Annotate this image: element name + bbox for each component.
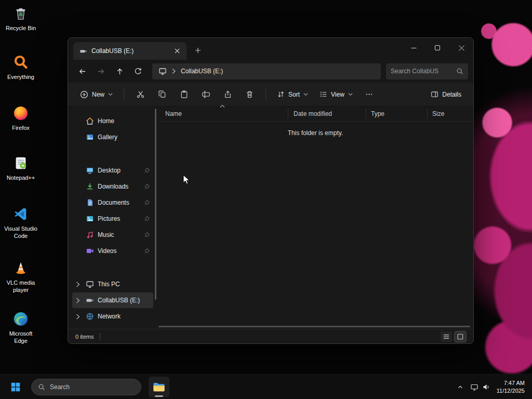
breadcrumb[interactable]: CollabUSB (E:) <box>181 68 223 75</box>
sidebar-item-music[interactable]: Music <box>72 227 153 243</box>
new-plus-icon <box>80 90 88 99</box>
taskbar: Search 7:47 AM 11/12/2025 <box>0 374 532 399</box>
everything-icon <box>12 53 29 72</box>
back-button[interactable] <box>73 63 91 79</box>
documents-icon <box>85 198 94 207</box>
rename-button[interactable] <box>196 86 216 103</box>
home-icon <box>85 117 94 125</box>
address-bar[interactable]: CollabUSB (E:) <box>152 63 381 79</box>
expand-chevron-icon[interactable] <box>74 282 82 287</box>
view-button[interactable]: View <box>315 86 357 103</box>
sidebar-item-label: Home <box>98 117 150 125</box>
tab-bar: CollabUSB (E:) <box>68 38 473 60</box>
chevron-right-icon <box>171 68 176 74</box>
forward-button[interactable] <box>92 63 110 79</box>
item-count: 0 items <box>75 334 94 340</box>
this-pc-icon <box>85 280 94 288</box>
pin-icon <box>144 167 150 174</box>
tab-title: CollabUSB (E:) <box>91 47 168 55</box>
chevron-down-icon <box>303 92 308 96</box>
clock-date: 11/12/2025 <box>497 387 525 395</box>
sidebar-item-documents[interactable]: Documents <box>72 195 153 210</box>
sidebar-item-gallery[interactable]: Gallery <box>72 129 153 145</box>
sidebar-item-pictures[interactable]: Pictures <box>72 211 153 227</box>
sidebar-item-desktop[interactable]: Desktop <box>72 163 153 178</box>
window-controls <box>402 38 473 58</box>
delete-button[interactable] <box>240 86 259 103</box>
taskbar-clock[interactable]: 7:47 AM 11/12/2025 <box>497 379 525 395</box>
sidebar-item-videos[interactable]: Videos <box>72 243 153 259</box>
view-icon <box>320 90 327 98</box>
large-icons-view-button[interactable] <box>455 331 466 342</box>
column-header-type[interactable]: Type <box>366 109 428 119</box>
desktop-icon-recycle-bin[interactable]: Recycle Bin <box>3 4 39 32</box>
search-box[interactable]: Search CollabUS <box>386 63 468 79</box>
notepadpp-icon <box>13 154 29 172</box>
sort-button-label: Sort <box>288 91 300 98</box>
column-header-size[interactable]: Size <box>428 109 471 119</box>
column-header-date-modified[interactable]: Date modified <box>288 109 366 119</box>
chevron-down-icon <box>348 92 353 96</box>
sidebar-scrollbar[interactable] <box>155 109 156 300</box>
sidebar-item-label: Pictures <box>98 215 140 222</box>
network-tray-icon[interactable] <box>470 383 478 391</box>
sidebar-item-downloads[interactable]: Downloads <box>72 179 153 194</box>
toolbar-divider <box>124 89 124 100</box>
maximize-button[interactable] <box>425 38 449 58</box>
command-bar: New Sort <box>68 83 473 107</box>
volume-tray-icon[interactable] <box>482 383 490 391</box>
tray-chevron-up-icon[interactable] <box>457 383 464 391</box>
explorer-tab[interactable]: CollabUSB (E:) <box>73 42 187 60</box>
sort-icon <box>277 90 285 98</box>
start-button[interactable] <box>5 377 26 397</box>
pictures-icon <box>85 215 94 223</box>
desktop-icon-vscode[interactable]: Visual Studio Code <box>3 205 39 240</box>
column-label: Type <box>371 110 384 117</box>
expand-chevron-icon[interactable] <box>74 298 82 303</box>
column-header-name[interactable]: Name <box>158 109 288 119</box>
refresh-button[interactable] <box>129 63 147 79</box>
desktop-icon-firefox[interactable]: Firefox <box>3 104 39 132</box>
more-options-button[interactable] <box>360 86 379 103</box>
sidebar-item-collabusb[interactable]: CollabUSB (E:) <box>72 292 153 308</box>
usb-drive-icon <box>85 296 94 304</box>
horizontal-scrollbar[interactable] <box>158 326 470 327</box>
music-icon <box>85 231 94 239</box>
desktop-icon-edge[interactable]: Microsoft Edge <box>3 310 39 345</box>
vlc-icon <box>13 259 29 277</box>
minimize-button[interactable] <box>402 38 425 58</box>
cut-button[interactable] <box>130 86 150 103</box>
details-button[interactable]: Details <box>426 86 466 103</box>
taskbar-file-explorer[interactable] <box>149 377 169 397</box>
firefox-icon <box>12 104 29 123</box>
system-tray: 7:47 AM 11/12/2025 <box>457 379 527 395</box>
sidebar-item-label: Music <box>98 231 140 238</box>
taskbar-search[interactable]: Search <box>31 379 141 395</box>
copy-button[interactable] <box>152 86 172 103</box>
desktop-icon-everything[interactable]: Everything <box>3 53 39 81</box>
tray-icons[interactable] <box>470 383 490 391</box>
sidebar-item-label: Network <box>98 313 150 320</box>
desktop-icon-label: Microsoft Edge <box>3 330 39 345</box>
desktop-icon-vlc[interactable]: VLC media player <box>3 259 39 294</box>
expand-chevron-icon[interactable] <box>74 314 82 320</box>
close-button[interactable] <box>449 38 473 58</box>
sort-button[interactable]: Sort <box>272 86 313 103</box>
new-tab-button[interactable] <box>191 43 205 58</box>
network-icon <box>85 312 94 321</box>
desktop-icon-notepadpp[interactable]: Notepad++ <box>3 154 39 182</box>
sidebar-item-network[interactable]: Network <box>72 309 153 324</box>
column-headers: Name Date modified Type Size <box>158 107 472 122</box>
paste-button[interactable] <box>174 86 194 103</box>
pin-icon <box>144 216 150 222</box>
new-button[interactable]: New <box>75 86 117 103</box>
details-view-button[interactable] <box>441 331 452 342</box>
downloads-icon <box>85 182 94 191</box>
share-button[interactable] <box>218 86 237 103</box>
tab-close-button[interactable] <box>172 46 182 56</box>
desktop-icon-label: Notepad++ <box>7 175 35 182</box>
sidebar-item-this-pc[interactable]: This PC <box>72 276 153 292</box>
column-label: Name <box>165 110 182 117</box>
sidebar-item-home[interactable]: Home <box>72 113 153 129</box>
up-button[interactable] <box>111 63 128 79</box>
